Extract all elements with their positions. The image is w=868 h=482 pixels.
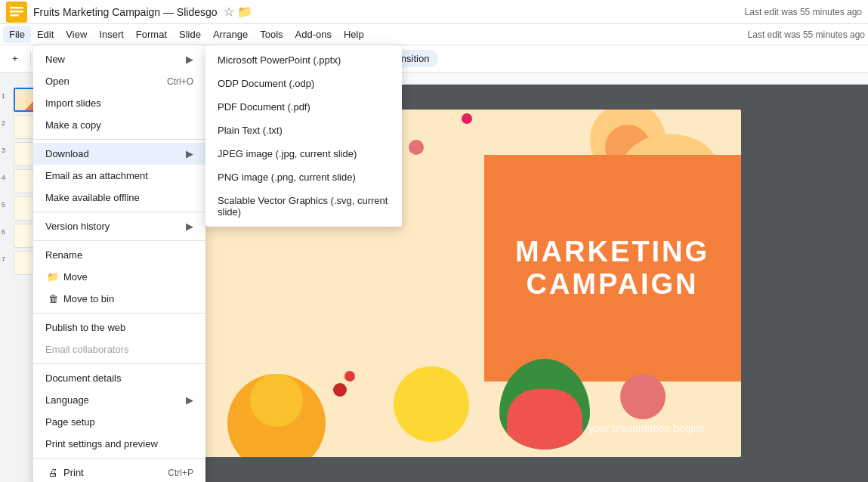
menu-bar: File Edit View Insert Format Slide Arran… (0, 24, 868, 45)
fm-offline[interactable]: Make available offline (33, 187, 205, 209)
fm-collaborators: Email collaborators (33, 338, 205, 360)
fm-sep4 (33, 313, 205, 314)
fm-version-arrow: ▶ (186, 221, 193, 232)
fm-sep1 (33, 139, 205, 140)
fruit-cherry-lr (620, 374, 666, 419)
fm-import[interactable]: Import slides (33, 92, 205, 114)
star-icon[interactable]: ☆ (224, 5, 234, 19)
fm-print[interactable]: 🖨 Print Ctrl+P (33, 462, 205, 482)
svg-rect-3 (10, 14, 19, 17)
toolbar-sep1 (30, 51, 31, 66)
menu-addons[interactable]: Add-ons (289, 26, 338, 43)
fm-version[interactable]: Version history ▶ (33, 215, 205, 237)
slide-title-line2: CAMPAIGN (526, 268, 698, 301)
app-logo (6, 2, 27, 23)
title-box: MARKETING CAMPAIGN (484, 155, 741, 382)
trash-icon: 🗑 (45, 293, 60, 304)
last-edit-text: Last edit was 55 minutes ago (745, 7, 862, 17)
menu-insert[interactable]: Insert (93, 26, 130, 43)
menu-format[interactable]: Format (130, 26, 173, 43)
fm-printsettings[interactable]: Print settings and preview (33, 433, 205, 455)
cherry-bl2 (344, 371, 355, 382)
menu-view[interactable]: View (60, 26, 93, 43)
menu-help[interactable]: Help (338, 26, 370, 43)
menu-arrange[interactable]: Arrange (207, 26, 254, 43)
menu-edit[interactable]: Edit (31, 26, 60, 43)
fm-rename[interactable]: Rename (33, 244, 205, 266)
menu-tools[interactable]: Tools (254, 26, 289, 43)
document-title: Fruits Marketing Campaign — Slidesgo (33, 6, 218, 18)
fm-open[interactable]: Open Ctrl+O (33, 70, 205, 92)
fm-language[interactable]: Language ▶ (33, 389, 205, 411)
ds-pdf[interactable]: PDF Document (.pdf) (205, 95, 402, 119)
folder-icon: 📁 (45, 271, 60, 283)
fm-trash[interactable]: 🗑 Move to bin (33, 288, 205, 310)
ds-odp[interactable]: ODP Document (.odp) (205, 72, 402, 95)
fm-download-arrow: ▶ (186, 148, 193, 159)
fruit-lemon (394, 366, 469, 442)
fm-pagesetup[interactable]: Page setup (33, 411, 205, 433)
fm-copy[interactable]: Make a copy (33, 114, 205, 136)
ds-pptx[interactable]: Microsoft PowerPoint (.pptx) (205, 48, 402, 72)
cherry2 (409, 140, 424, 155)
menu-slide[interactable]: Slide (173, 26, 207, 43)
ds-txt[interactable]: Plain Text (.txt) (205, 119, 402, 142)
fm-sep5 (33, 363, 205, 364)
title-bar: Fruits Marketing Campaign — Slidesgo ☆ 📁… (0, 0, 868, 24)
fm-email[interactable]: Email as an attachment (33, 165, 205, 187)
fruit-orange-bl-inner (250, 374, 303, 427)
fm-sep3 (33, 240, 205, 241)
toolbar-new-btn[interactable]: + (6, 50, 24, 67)
fm-move[interactable]: 📁 Move (33, 266, 205, 288)
fm-new-arrow: ▶ (186, 54, 193, 65)
download-submenu: Microsoft PowerPoint (.pptx) ODP Documen… (205, 45, 402, 227)
cherry-bl1 (333, 383, 347, 397)
print-icon: 🖨 (45, 467, 60, 478)
ds-svg[interactable]: Scalable Vector Graphics (.svg, current … (205, 189, 402, 224)
fm-sep2 (33, 212, 205, 212)
ds-jpeg[interactable]: JPEG image (.jpg, current slide) (205, 142, 402, 165)
fm-language-arrow: ▶ (186, 394, 193, 406)
fm-publish[interactable]: Publish to the web (33, 317, 205, 338)
fm-details[interactable]: Document details (33, 367, 205, 389)
folder-icon[interactable]: 📁 (237, 5, 252, 19)
cherry3 (462, 113, 472, 124)
svg-rect-1 (10, 7, 23, 9)
ds-png[interactable]: PNG image (.png, current slide) (205, 165, 402, 189)
slide-title-line1: MARKETING (515, 236, 709, 268)
fm-sep6 (33, 458, 205, 459)
svg-rect-2 (10, 11, 23, 13)
fm-download[interactable]: Download ▶ (33, 143, 205, 165)
fm-new[interactable]: New ▶ (33, 48, 205, 70)
last-edit-menu: Last edit was 55 minutes ago (748, 29, 865, 40)
menu-file[interactable]: File (3, 26, 31, 43)
file-menu: New ▶ Open Ctrl+O Import slides Make a c… (33, 45, 205, 482)
